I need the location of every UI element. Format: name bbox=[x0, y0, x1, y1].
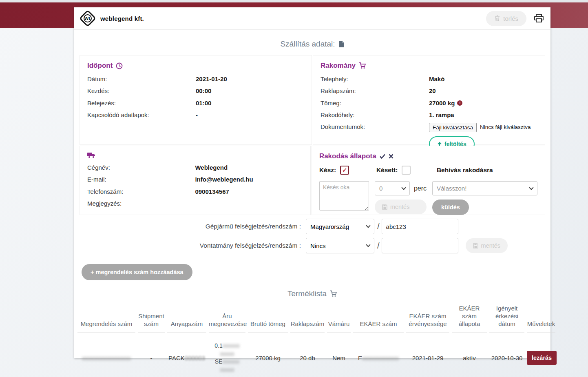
field-label: Kapcsolódó adatlapok: bbox=[87, 111, 196, 119]
product-table: Megrendelés szám Shipment szám Anyagszám… bbox=[74, 301, 559, 377]
field-row: Telephely: Makó bbox=[321, 75, 537, 83]
logo-monogram: WL bbox=[84, 14, 92, 22]
kesett-checkbox[interactable] bbox=[402, 166, 411, 175]
callin-select[interactable]: Válasszon! bbox=[432, 181, 537, 195]
field-value: - bbox=[196, 111, 198, 119]
plate-save-button[interactable]: mentés bbox=[466, 238, 508, 253]
logo-diamond-icon: WL bbox=[79, 10, 96, 27]
page-title-text: Szállítás adatai: bbox=[280, 40, 335, 49]
kesett-group: Késett: bbox=[376, 166, 437, 175]
save-icon bbox=[473, 243, 478, 248]
callin-stack: Válasszon! küldés bbox=[432, 181, 537, 215]
rakomany-title: Rakomány bbox=[321, 62, 537, 70]
redacted-text: xxxxx bbox=[220, 366, 234, 373]
minutes-select[interactable]: 0 bbox=[375, 181, 410, 195]
minutes-save-stack: 0 perc mentés bbox=[375, 181, 427, 214]
idopont-panel: Időpont Dátum: 2021-01-20 Kezdés: 00:00 … bbox=[80, 55, 312, 145]
cell-actions: lezárás bbox=[527, 333, 555, 377]
col-header: EKÁER szám érvényessége bbox=[406, 301, 449, 333]
idopont-title: Időpont bbox=[87, 62, 304, 70]
col-header: Áru megnevezése bbox=[209, 301, 245, 333]
kesz-checkbox[interactable]: ✓ bbox=[340, 166, 349, 175]
field-value: 27000 kg ! bbox=[429, 99, 462, 107]
vehicle-plate-input[interactable] bbox=[382, 219, 458, 234]
field-row: Kapcsolódó adatlapok: - bbox=[87, 111, 304, 119]
cell-ekaer-status: aktív bbox=[452, 333, 487, 377]
table-header-row: Megrendelés szám Shipment szám Anyagszám… bbox=[77, 301, 555, 333]
field-row: Dátum: 2021-01-20 bbox=[87, 75, 304, 83]
file-choose-button[interactable]: Fájl kiválasztása bbox=[429, 123, 477, 132]
vehicle-label: Gépjármű felségjelzés/rendszám : bbox=[74, 223, 306, 230]
check-icon[interactable] bbox=[380, 154, 385, 159]
printer-icon bbox=[534, 13, 544, 23]
col-header: Műveletek bbox=[527, 301, 555, 333]
rakomany-title-text: Rakomány bbox=[321, 62, 356, 70]
delay-reason-textarea[interactable] bbox=[319, 181, 369, 211]
field-label: Telephely: bbox=[321, 75, 429, 83]
slash-separator: / bbox=[377, 222, 380, 231]
minutes-row: 0 perc bbox=[375, 181, 427, 195]
cell-ekaer-number: Exxxxxxxxxxxx bbox=[353, 333, 404, 377]
trailer-country-select[interactable]: Nincs bbox=[306, 238, 374, 253]
panel-row-2: Cégnév: Weblegend E-mail: info@weblegend… bbox=[74, 146, 550, 215]
redacted-text: xxxxxxxxxxxxxxxx bbox=[82, 355, 131, 361]
chevron-down-icon bbox=[401, 185, 406, 190]
x-icon[interactable] bbox=[389, 154, 393, 159]
trailer-label: Vontatmány felségjelzés/rendszám : bbox=[74, 242, 306, 249]
company-title bbox=[87, 152, 303, 158]
kesz-label: Kész: bbox=[319, 166, 336, 174]
add-order-button[interactable]: + megrendelés szám hozzáadása bbox=[82, 264, 192, 280]
delete-button-label: törlés bbox=[503, 15, 518, 22]
shipment-detail-card: WL weblegend kft. törlés Szállítás adata… bbox=[74, 7, 550, 358]
product-list-title: Terméklista bbox=[74, 289, 550, 298]
col-header: Shipment szám bbox=[138, 301, 165, 333]
header-actions: törlés bbox=[486, 11, 544, 26]
ekaer-prefix: E bbox=[358, 355, 362, 361]
field-label: Tömeg: bbox=[321, 99, 429, 107]
col-header: Igényelt érkezési dátum bbox=[489, 301, 524, 333]
field-label: Kezdés: bbox=[87, 87, 196, 95]
idopont-title-text: Időpont bbox=[87, 62, 113, 70]
product-name-prefix: 0.1 bbox=[214, 342, 222, 349]
trailer-row: Vontatmány felségjelzés/rendszám : Nincs… bbox=[74, 238, 550, 253]
brand-name: weblegend kft. bbox=[100, 15, 144, 22]
cell-customs: Nem bbox=[327, 333, 351, 377]
redacted-text: xxxxx bbox=[220, 350, 234, 357]
loading-status-title: Rakodás állapota bbox=[319, 152, 537, 160]
print-button[interactable] bbox=[534, 13, 544, 23]
vehicle-row: Gépjármű felségjelzés/rendszám : Magyaro… bbox=[74, 219, 550, 234]
kesett-label: Késett: bbox=[376, 166, 398, 174]
panel-row-1: Időpont Dátum: 2021-01-20 Kezdés: 00:00 … bbox=[74, 55, 550, 145]
weight-value: 27000 kg bbox=[429, 99, 455, 107]
field-value: 01:00 bbox=[196, 99, 211, 107]
vehicle-country-value: Magyarország bbox=[310, 223, 349, 230]
trailer-plate-input[interactable] bbox=[382, 238, 458, 253]
close-row-button[interactable]: lezárás bbox=[527, 351, 557, 365]
cell-arrival-date: 2020-10-30 bbox=[489, 333, 524, 377]
weight-alert-icon[interactable]: ! bbox=[457, 100, 462, 106]
save-icon bbox=[382, 204, 387, 210]
redacted-text: xxxxxx bbox=[222, 358, 239, 365]
plate-save-label: mentés bbox=[481, 242, 501, 249]
field-value: info@weblegend.hu bbox=[195, 175, 253, 184]
status-save-label: mentés bbox=[390, 204, 410, 210]
file-input[interactable]: Fájl kiválasztása Nincs fájl kiválasztva bbox=[429, 123, 531, 132]
cell-product-name: 0.1xxxxxx xxxxx SExxxxxx xxxxx bbox=[209, 333, 245, 377]
status-checkbox-row: Kész: ✓ Késett: Behívás rakodásra bbox=[319, 166, 537, 175]
field-row: E-mail: info@weblegend.hu bbox=[87, 175, 303, 184]
truck-icon bbox=[87, 152, 95, 158]
field-row: Raklapszám: 20 bbox=[321, 87, 537, 95]
field-label: Dokumentumok: bbox=[321, 123, 429, 131]
cell-gross-weight: 27000 kg bbox=[248, 333, 288, 377]
vehicle-country-select[interactable]: Magyarország bbox=[306, 219, 374, 234]
rakomany-panel: Rakomány Telephely: Makó Raklapszám: 20 … bbox=[313, 55, 545, 145]
product-list-title-text: Terméklista bbox=[287, 289, 327, 298]
chevron-down-icon bbox=[366, 223, 370, 228]
weblegend-logo: WL weblegend kft. bbox=[79, 11, 144, 26]
delete-button[interactable]: törlés bbox=[486, 11, 526, 26]
send-button[interactable]: küldés bbox=[432, 200, 469, 215]
status-controls: 0 perc mentés Válasszon! bbox=[319, 181, 537, 215]
document-icon[interactable] bbox=[338, 40, 345, 48]
slash-separator: / bbox=[377, 241, 380, 251]
status-save-button[interactable]: mentés bbox=[375, 200, 427, 214]
